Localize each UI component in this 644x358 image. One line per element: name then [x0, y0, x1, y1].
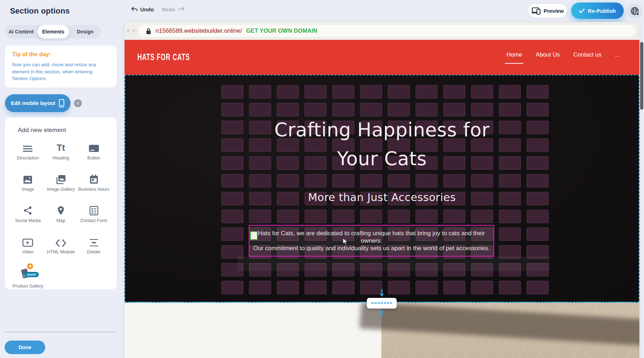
redo-label: Redo	[162, 6, 175, 12]
social-media-icon	[23, 204, 33, 216]
preview-button[interactable]: Preview	[528, 3, 568, 18]
heading-icon: Tt	[57, 141, 65, 153]
edit-mobile-layout-button[interactable]: Edit mobile layout	[5, 94, 70, 112]
element-button[interactable]: Button	[77, 141, 110, 167]
shop-badge: SHOP	[24, 272, 39, 277]
element-bounds-overlay	[238, 257, 550, 271]
section-resize-handle[interactable]	[367, 298, 397, 309]
site-url[interactable]: n1566589.websitebuilder.online/	[155, 27, 242, 35]
done-button[interactable]: Done	[5, 341, 45, 354]
site-preview-frame: n1566589.websitebuilder.online/ GET YOUR…	[125, 22, 639, 358]
hero-tile	[360, 210, 382, 223]
browser-chrome-bar: n1566589.websitebuilder.online/ GET YOUR…	[125, 22, 639, 40]
hero-tile	[499, 210, 521, 223]
selected-text-element[interactable]: Hats for Cats, we are dedicated to craft…	[249, 225, 494, 257]
hero-tile	[388, 281, 410, 294]
language-globe-button[interactable]	[627, 3, 643, 19]
tab-ai-content[interactable]: AI Content	[5, 25, 37, 38]
hero-tile	[527, 174, 549, 188]
devices-icon	[532, 7, 541, 15]
hero-tile	[471, 210, 493, 223]
tab-design[interactable]: Design	[69, 25, 101, 38]
globe-icon	[630, 6, 640, 16]
hero-subheading[interactable]: More than Just Accessories	[125, 191, 639, 204]
element-video[interactable]: Video	[11, 235, 44, 260]
hero-tile	[305, 85, 327, 99]
hero-tile	[416, 210, 438, 223]
element-image[interactable]: Image	[11, 172, 44, 198]
divider-icon	[89, 235, 99, 247]
floor-shadow	[360, 302, 639, 348]
hero-tile	[527, 210, 549, 223]
hero-tile	[388, 103, 410, 116]
hero-tile	[249, 281, 271, 294]
code-icon	[56, 235, 66, 247]
business-hours-icon	[89, 172, 99, 184]
add-element-panel: Add new element Description Tt Heading	[5, 117, 117, 289]
hero-tile	[249, 85, 271, 99]
product-gallery-icon: SHOP	[19, 266, 36, 281]
republish-button[interactable]: Re-Publish	[571, 2, 624, 19]
arrow-down-icon	[380, 294, 384, 297]
element-divider[interactable]: Divider	[77, 235, 110, 260]
hero-tile	[527, 227, 549, 241]
nav-more[interactable]: ...	[615, 51, 620, 61]
hero-section[interactable]: Crafting Happiness for Your Cats More th…	[125, 75, 639, 302]
tip-of-the-day-card: Tip of the day: Now you can add, move an…	[5, 46, 117, 88]
redo-button[interactable]: Redo	[162, 6, 185, 12]
element-heading[interactable]: Tt Heading	[44, 141, 78, 167]
element-map[interactable]: Map	[44, 204, 78, 229]
element-contact-form[interactable]: Contact Form	[77, 204, 110, 229]
hero-tile	[416, 281, 438, 294]
hero-tile	[360, 281, 382, 294]
address-bar[interactable]: n1566589.websitebuilder.online/ GET YOUR…	[138, 25, 635, 37]
get-domain-link[interactable]: GET YOUR OWN DOMAIN	[246, 28, 317, 34]
element-description[interactable]: Description	[11, 141, 44, 167]
element-social-media[interactable]: Social Media	[11, 204, 44, 229]
nav-about-us[interactable]: About Us	[535, 51, 560, 61]
hero-tile	[221, 210, 243, 223]
info-icon[interactable]: i	[74, 99, 82, 107]
hero-tile	[471, 103, 493, 116]
hero-tile	[388, 85, 410, 99]
arrow-up-icon	[380, 310, 384, 313]
lock-icon	[146, 28, 151, 35]
resize-handle[interactable]	[250, 231, 258, 240]
button-icon	[89, 141, 99, 153]
image-gallery-icon	[56, 172, 66, 184]
hero-tile	[277, 85, 299, 99]
hero-tile	[332, 174, 354, 188]
vertical-scrollbar[interactable]	[640, 42, 643, 110]
nav-contact-us[interactable]: Contact us	[573, 51, 601, 61]
tab-elements[interactable]: Elements	[37, 25, 69, 38]
hero-tile	[277, 210, 299, 223]
hero-tile	[221, 281, 243, 294]
hero-tile	[305, 210, 327, 223]
element-image-gallery[interactable]: Image Gallery	[44, 172, 78, 198]
hero-body-line1: Hats for Cats, we are dedicated to craft…	[249, 230, 493, 244]
hero-heading[interactable]: Crafting Happiness for Your Cats	[125, 115, 639, 173]
hero-tile	[443, 281, 465, 294]
page-title: Section options	[10, 6, 70, 16]
hero-tile	[443, 174, 465, 188]
hero-tile	[221, 174, 243, 188]
element-product-gallery[interactable]: SHOP Product Gallery	[11, 266, 44, 292]
image-icon	[23, 172, 33, 184]
hero-tile	[332, 85, 354, 99]
site-logo[interactable]: HATS FOR CATS	[137, 52, 190, 62]
nav-home[interactable]: Home	[506, 51, 522, 61]
undo-button[interactable]: Undo	[131, 6, 154, 12]
handle-dash-line	[371, 302, 392, 304]
element-business-hours[interactable]: Business Hours	[77, 172, 110, 198]
description-icon	[23, 141, 33, 153]
sidebar: AI Content Elements Design Tip of the da…	[0, 22, 121, 358]
hero-tile	[499, 281, 521, 294]
hero-tile	[527, 85, 549, 99]
hero-tile	[416, 174, 438, 188]
hero-body-line2: Our commitment to quality and individual…	[249, 244, 493, 252]
hero-tile	[360, 103, 382, 116]
hero-tile	[221, 103, 243, 116]
site-header: HATS FOR CATS Home About Us Contact us .…	[125, 40, 639, 75]
element-html-module[interactable]: HTML Module	[44, 235, 78, 260]
hero-tile	[360, 85, 382, 99]
